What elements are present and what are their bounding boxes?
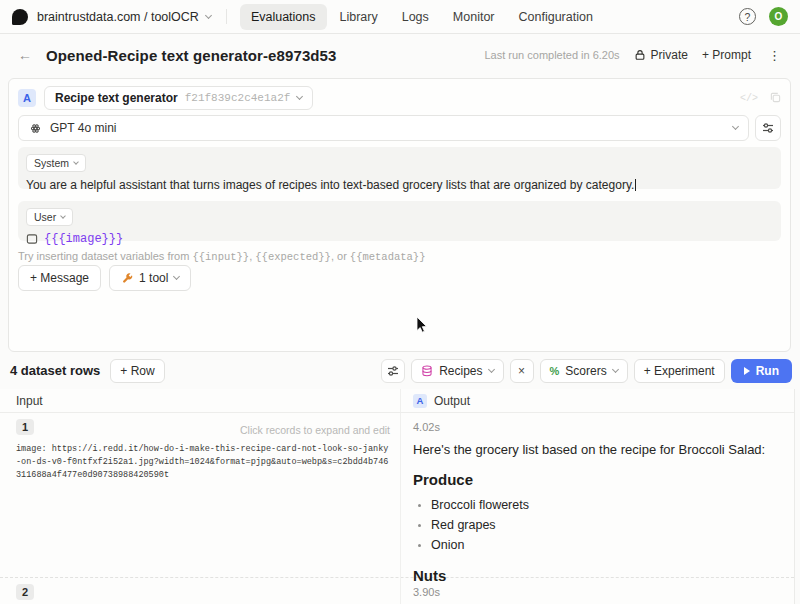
add-prompt-button[interactable]: + Prompt [702, 48, 751, 62]
input-cell[interactable]: 1 Click records to expand and edit image… [0, 413, 400, 577]
prompt-selector[interactable]: Recipe text generator f21f839c2c4e1a2f [44, 86, 313, 110]
last-run-status: Last run completed in 6.20s [484, 49, 619, 61]
output-header-label: Output [434, 394, 470, 408]
add-message-button[interactable]: + Message [18, 265, 101, 291]
help-icon[interactable]: ? [739, 8, 756, 25]
expand-hint: Click records to expand and edit [240, 424, 390, 436]
model-selector[interactable]: GPT 4o mini [18, 115, 749, 141]
input-value: image: https://i.redd.it/how-do-i-make-t… [16, 443, 390, 482]
dataset-rows-count: 4 dataset rows [8, 363, 100, 378]
table-row[interactable]: 2 3.90s [0, 578, 794, 604]
chevron-down-icon [296, 93, 303, 100]
output-section-heading: Produce [413, 471, 784, 488]
add-row-button[interactable]: + Row [110, 359, 164, 383]
system-prompt-value: You are a helpful assistant that turns i… [26, 178, 634, 192]
table-header: Input A Output [0, 389, 794, 413]
add-experiment-button[interactable]: + Experiment [634, 359, 725, 383]
image-icon [26, 233, 38, 245]
privacy-button[interactable]: Private [634, 48, 688, 62]
input-cell[interactable]: 2 [0, 578, 400, 604]
scorers-label: Scorers [565, 364, 606, 378]
task-a-badge: A [413, 394, 427, 408]
tab-logs[interactable]: Logs [391, 4, 440, 30]
prompt-id: f21f839c2c4e1a2f [185, 92, 291, 104]
user-role-chip[interactable]: User [26, 208, 73, 226]
run-button[interactable]: Run [731, 359, 792, 383]
app-window: braintrustdata.com / toolOCR Evaluations… [0, 0, 800, 604]
chevron-down-icon [205, 11, 212, 18]
remove-dataset-button[interactable]: × [510, 359, 534, 383]
openai-icon [29, 122, 42, 135]
output-cell[interactable]: 4.02s Here's the grocery list based on t… [400, 413, 794, 577]
text-caret [635, 179, 636, 191]
dataset-name: Recipes [439, 364, 482, 378]
chevron-down-icon [60, 213, 66, 219]
tools-label: 1 tool [139, 271, 168, 285]
code-icon[interactable]: </> [740, 93, 758, 104]
chevron-down-icon [612, 365, 619, 372]
user-role-label: User [34, 211, 56, 223]
model-settings-button[interactable] [755, 115, 781, 141]
play-icon [744, 367, 750, 375]
main-tabs: Evaluations Library Logs Monitor Configu… [240, 4, 604, 30]
hint-var-metadata: {{metadata}} [350, 251, 426, 263]
lock-icon [634, 49, 646, 61]
tab-evaluations[interactable]: Evaluations [240, 4, 327, 30]
scorers-selector[interactable]: % Scorers [540, 359, 628, 383]
project-switcher[interactable]: braintrustdata.com / toolOCR [35, 6, 213, 28]
output-cell[interactable]: 3.90s [400, 578, 794, 604]
copy-icon[interactable] [770, 92, 781, 105]
system-prompt-text[interactable]: You are a helpful assistant that turns i… [26, 178, 773, 192]
table-row[interactable]: 1 Click records to expand and edit image… [0, 413, 794, 578]
duration-badge: 4.02s [413, 421, 784, 433]
sliders-icon [387, 365, 399, 377]
task-a-badge: A [18, 89, 36, 107]
prompt-name: Recipe text generator [55, 91, 178, 105]
chevron-down-icon [173, 273, 180, 280]
braintrust-logo-icon[interactable] [12, 9, 28, 25]
user-message-block[interactable]: User {{{image}}} [18, 201, 781, 241]
dataset-table: Input A Output 1 Click records to expand… [0, 389, 795, 604]
user-avatar[interactable]: O [769, 7, 788, 26]
output-column-header: A Output [400, 389, 794, 412]
tool-wrench-icon [121, 272, 133, 284]
project-name: braintrustdata.com / toolOCR [37, 10, 199, 24]
hint-var-input: {{input}} [192, 251, 249, 263]
hint-text: Try inserting dataset variables from [18, 250, 192, 262]
list-item: Red grapes [431, 517, 784, 533]
prompt-card: A Recipe text generator f21f839c2c4e1a2f… [8, 78, 791, 352]
dataset-toolbar: 4 dataset rows + Row [0, 352, 800, 389]
back-icon[interactable]: ← [16, 45, 34, 65]
dataset-variables-hint: Try inserting dataset variables from {{i… [18, 250, 425, 263]
row-number-badge: 2 [16, 584, 34, 600]
duration-badge: 3.90s [413, 586, 784, 598]
table-settings-button[interactable] [381, 359, 405, 383]
tab-configuration[interactable]: Configuration [508, 4, 604, 30]
hint-sep: , or [331, 250, 350, 262]
privacy-label: Private [651, 48, 688, 62]
sliders-icon [762, 122, 774, 134]
chevron-down-icon [732, 123, 739, 130]
model-name: GPT 4o mini [50, 121, 116, 135]
system-role-chip[interactable]: System [26, 154, 86, 172]
row-number-badge: 1 [16, 419, 34, 435]
system-message-block[interactable]: System You are a helpful assistant that … [18, 147, 781, 189]
hint-var-expected: {{expected}} [255, 251, 331, 263]
input-header-label: Input [16, 394, 43, 408]
percent-icon: % [550, 365, 560, 377]
chevron-down-icon [487, 365, 494, 372]
run-label: Run [756, 364, 779, 378]
system-role-label: System [34, 157, 69, 169]
list-item: Onion [431, 537, 784, 553]
image-variable[interactable]: {{{image}}} [44, 232, 123, 246]
page-title: Opened-Recipe text generator-e8973d53 [46, 47, 336, 64]
tools-button[interactable]: 1 tool [109, 265, 191, 291]
database-icon [421, 365, 433, 377]
input-column-header: Input [0, 389, 400, 412]
kebab-menu-icon[interactable]: ⋮ [765, 48, 784, 63]
dataset-selector[interactable]: Recipes [411, 359, 503, 383]
output-intro: Here's the grocery list based on the rec… [413, 442, 784, 457]
tab-monitor[interactable]: Monitor [442, 4, 506, 30]
chevron-down-icon [73, 159, 79, 165]
tab-library[interactable]: Library [329, 4, 389, 30]
